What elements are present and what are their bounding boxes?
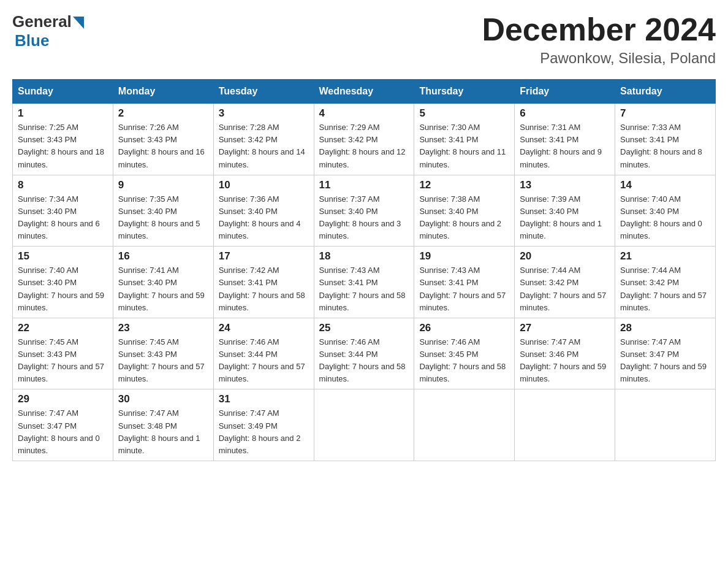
day-number: 16 [118, 250, 208, 262]
calendar-cell: 25Sunrise: 7:46 AMSunset: 3:44 PMDayligh… [314, 318, 414, 389]
calendar-cell [515, 389, 615, 461]
day-number: 11 [319, 179, 409, 191]
logo-arrow-icon [73, 17, 84, 29]
day-number: 22 [18, 322, 108, 334]
day-info: Sunrise: 7:36 AMSunset: 3:40 PMDaylight:… [219, 194, 301, 240]
calendar-cell: 20Sunrise: 7:44 AMSunset: 3:42 PMDayligh… [515, 247, 615, 318]
calendar-cell: 26Sunrise: 7:46 AMSunset: 3:45 PMDayligh… [414, 318, 515, 389]
day-number: 14 [620, 179, 710, 191]
day-info: Sunrise: 7:47 AMSunset: 3:47 PMDaylight:… [620, 337, 707, 383]
calendar-cell: 21Sunrise: 7:44 AMSunset: 3:42 PMDayligh… [615, 247, 716, 318]
day-info: Sunrise: 7:45 AMSunset: 3:43 PMDaylight:… [118, 337, 205, 383]
header-saturday: Saturday [615, 80, 716, 104]
day-number: 24 [219, 322, 309, 334]
calendar-cell: 6Sunrise: 7:31 AMSunset: 3:41 PMDaylight… [515, 104, 615, 175]
calendar-cell: 9Sunrise: 7:35 AMSunset: 3:40 PMDaylight… [113, 175, 213, 247]
day-number: 9 [118, 179, 208, 191]
logo: General Blue [12, 12, 84, 50]
calendar-cell: 27Sunrise: 7:47 AMSunset: 3:46 PMDayligh… [515, 318, 615, 389]
day-number: 13 [520, 179, 610, 191]
day-info: Sunrise: 7:33 AMSunset: 3:41 PMDaylight:… [620, 123, 702, 169]
day-number: 23 [118, 322, 208, 334]
header-wednesday: Wednesday [314, 80, 414, 104]
day-number: 29 [18, 393, 108, 405]
calendar-cell [615, 389, 716, 461]
day-number: 12 [419, 179, 509, 191]
calendar-week-row: 22Sunrise: 7:45 AMSunset: 3:43 PMDayligh… [13, 318, 716, 389]
day-number: 6 [520, 107, 610, 120]
day-number: 25 [319, 322, 409, 334]
day-number: 10 [219, 179, 309, 191]
day-info: Sunrise: 7:47 AMSunset: 3:47 PMDaylight:… [18, 408, 100, 454]
calendar-week-row: 8Sunrise: 7:34 AMSunset: 3:40 PMDaylight… [13, 175, 716, 247]
calendar-cell: 29Sunrise: 7:47 AMSunset: 3:47 PMDayligh… [13, 389, 113, 461]
calendar-body: 1Sunrise: 7:25 AMSunset: 3:43 PMDaylight… [13, 104, 716, 461]
day-number: 27 [520, 322, 610, 334]
day-info: Sunrise: 7:41 AMSunset: 3:40 PMDaylight:… [118, 266, 205, 312]
day-number: 31 [219, 393, 309, 405]
calendar-cell: 19Sunrise: 7:43 AMSunset: 3:41 PMDayligh… [414, 247, 515, 318]
day-info: Sunrise: 7:29 AMSunset: 3:42 PMDaylight:… [319, 123, 406, 169]
calendar-cell: 8Sunrise: 7:34 AMSunset: 3:40 PMDaylight… [13, 175, 113, 247]
calendar-cell: 4Sunrise: 7:29 AMSunset: 3:42 PMDaylight… [314, 104, 414, 175]
day-info: Sunrise: 7:34 AMSunset: 3:40 PMDaylight:… [18, 194, 100, 240]
calendar-cell: 17Sunrise: 7:42 AMSunset: 3:41 PMDayligh… [213, 247, 314, 318]
svg-marker-0 [73, 17, 84, 29]
calendar-cell: 23Sunrise: 7:45 AMSunset: 3:43 PMDayligh… [113, 318, 213, 389]
day-number: 26 [419, 322, 509, 334]
day-info: Sunrise: 7:46 AMSunset: 3:44 PMDaylight:… [319, 337, 406, 383]
calendar-cell [414, 389, 515, 461]
calendar-cell: 22Sunrise: 7:45 AMSunset: 3:43 PMDayligh… [13, 318, 113, 389]
day-info: Sunrise: 7:39 AMSunset: 3:40 PMDaylight:… [520, 194, 602, 240]
day-number: 19 [419, 250, 509, 262]
calendar-cell: 11Sunrise: 7:37 AMSunset: 3:40 PMDayligh… [314, 175, 414, 247]
calendar-cell [314, 389, 414, 461]
day-number: 2 [118, 107, 208, 120]
day-number: 1 [18, 107, 108, 120]
calendar-table: Sunday Monday Tuesday Wednesday Thursday… [12, 79, 716, 461]
day-number: 17 [219, 250, 309, 262]
day-number: 21 [620, 250, 710, 262]
header-tuesday: Tuesday [213, 80, 314, 104]
day-info: Sunrise: 7:46 AMSunset: 3:45 PMDaylight:… [419, 337, 506, 383]
day-info: Sunrise: 7:42 AMSunset: 3:41 PMDaylight:… [219, 266, 305, 312]
calendar-cell: 18Sunrise: 7:43 AMSunset: 3:41 PMDayligh… [314, 247, 414, 318]
calendar-cell: 24Sunrise: 7:46 AMSunset: 3:44 PMDayligh… [213, 318, 314, 389]
days-header-row: Sunday Monday Tuesday Wednesday Thursday… [13, 80, 716, 104]
day-number: 3 [219, 107, 309, 120]
day-info: Sunrise: 7:43 AMSunset: 3:41 PMDaylight:… [419, 266, 506, 312]
calendar-cell: 28Sunrise: 7:47 AMSunset: 3:47 PMDayligh… [615, 318, 716, 389]
month-year-title: December 2024 [482, 12, 716, 47]
header-thursday: Thursday [414, 80, 515, 104]
day-info: Sunrise: 7:38 AMSunset: 3:40 PMDaylight:… [419, 194, 501, 240]
calendar-cell: 31Sunrise: 7:47 AMSunset: 3:49 PMDayligh… [213, 389, 314, 461]
calendar-week-row: 1Sunrise: 7:25 AMSunset: 3:43 PMDaylight… [13, 104, 716, 175]
day-info: Sunrise: 7:35 AMSunset: 3:40 PMDaylight:… [118, 194, 200, 240]
day-info: Sunrise: 7:37 AMSunset: 3:40 PMDaylight:… [319, 194, 401, 240]
day-info: Sunrise: 7:28 AMSunset: 3:42 PMDaylight:… [219, 123, 305, 169]
calendar-cell: 5Sunrise: 7:30 AMSunset: 3:41 PMDaylight… [414, 104, 515, 175]
day-info: Sunrise: 7:47 AMSunset: 3:46 PMDaylight:… [520, 337, 606, 383]
calendar-cell: 1Sunrise: 7:25 AMSunset: 3:43 PMDaylight… [13, 104, 113, 175]
day-info: Sunrise: 7:44 AMSunset: 3:42 PMDaylight:… [520, 266, 606, 312]
day-number: 5 [419, 107, 509, 120]
location-subtitle: Pawonkow, Silesia, Poland [482, 50, 716, 67]
calendar-cell: 30Sunrise: 7:47 AMSunset: 3:48 PMDayligh… [113, 389, 213, 461]
day-info: Sunrise: 7:45 AMSunset: 3:43 PMDaylight:… [18, 337, 104, 383]
logo-blue-text: Blue [15, 31, 49, 50]
title-area: December 2024 Pawonkow, Silesia, Poland [482, 12, 716, 67]
day-number: 8 [18, 179, 108, 191]
day-info: Sunrise: 7:47 AMSunset: 3:49 PMDaylight:… [219, 408, 301, 454]
header-sunday: Sunday [13, 80, 113, 104]
header-monday: Monday [113, 80, 213, 104]
day-number: 30 [118, 393, 208, 405]
day-info: Sunrise: 7:31 AMSunset: 3:41 PMDaylight:… [520, 123, 602, 169]
day-number: 15 [18, 250, 108, 262]
day-info: Sunrise: 7:43 AMSunset: 3:41 PMDaylight:… [319, 266, 406, 312]
day-number: 7 [620, 107, 710, 120]
day-number: 18 [319, 250, 409, 262]
logo-general-text: General [12, 12, 72, 31]
calendar-cell: 3Sunrise: 7:28 AMSunset: 3:42 PMDaylight… [213, 104, 314, 175]
day-number: 4 [319, 107, 409, 120]
day-info: Sunrise: 7:46 AMSunset: 3:44 PMDaylight:… [219, 337, 305, 383]
